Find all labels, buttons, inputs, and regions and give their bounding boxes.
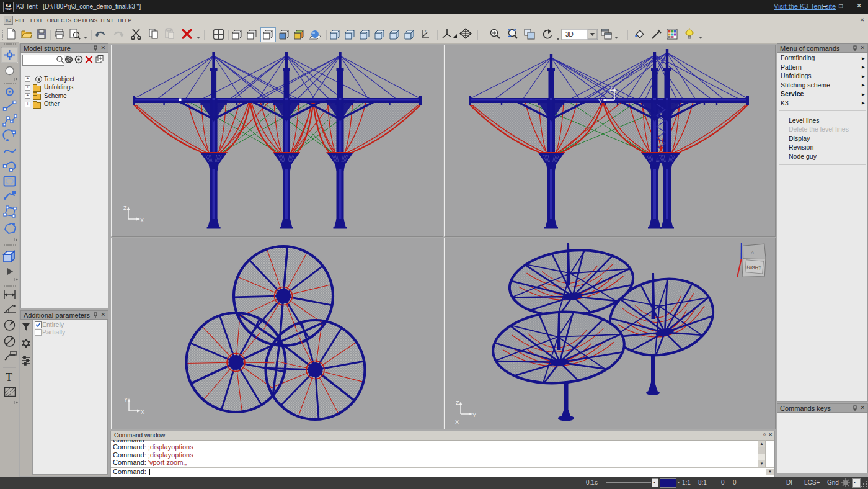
svg-text:Y: Y [598,98,602,104]
svg-text:Y: Y [472,412,476,418]
svg-text:Y: Y [124,397,128,403]
svg-text:⌂: ⌂ [751,249,755,255]
svg-text:X: X [140,217,144,223]
svg-text:X: X [141,409,144,415]
svg-text:Z: Z [609,86,613,92]
svg-text:X: X [455,419,459,425]
svg-text:3D: 3D [565,31,574,38]
svg-text:Y: Y [424,29,427,33]
svg-text:T: T [6,371,12,384]
svg-text:Z: Z [456,400,459,406]
svg-text:Z: Z [123,205,127,211]
